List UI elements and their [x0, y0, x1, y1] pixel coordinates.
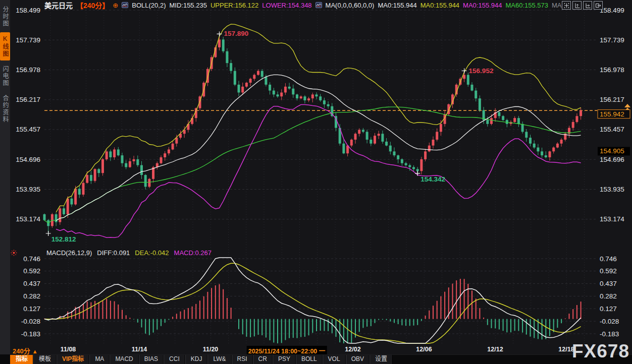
macd-legend: MACD(26,12,9) DIFF:0.091 DEA:-0.042 MACD…	[46, 249, 212, 257]
tab-VIP指标[interactable]: VIP指标	[57, 355, 89, 364]
boll-indicator-icon	[122, 2, 128, 8]
tab-MACD[interactable]: MACD	[110, 355, 138, 364]
date-label: 11/20	[203, 346, 219, 353]
gridlines	[44, 10, 596, 344]
svg-text:0.592: 0.592	[23, 267, 40, 275]
svg-text:0.437: 0.437	[23, 280, 40, 287]
boll-lower-line	[56, 105, 581, 238]
svg-text:-0.028: -0.028	[21, 318, 40, 325]
ma-value: MA0:155.944	[463, 2, 502, 9]
svg-text:157.890: 157.890	[224, 30, 249, 37]
boll-lower: LOWER:154.348	[262, 2, 311, 9]
svg-text:158.499: 158.499	[600, 7, 624, 14]
sidebar-item-3[interactable]: 合约资料	[0, 92, 10, 126]
svg-text:155.457: 155.457	[16, 126, 40, 133]
chart-canvas[interactable]: 158.499158.499157.739157.739156.978156.9…	[0, 0, 632, 345]
ma-values: MA0:155.944MA0:155.944MA0:155.944MA60:15…	[378, 2, 567, 9]
window-layout-icons	[562, 1, 603, 10]
svg-text:153.174: 153.174	[600, 215, 624, 223]
svg-text:-0.028: -0.028	[600, 318, 619, 325]
macd-dea: DEA:-0.042	[135, 249, 169, 257]
ma-label: MA(0,0,0,60,0,0)	[326, 2, 375, 9]
svg-text:154.696: 154.696	[16, 156, 40, 163]
sidebar-item-2[interactable]: 闪电图	[0, 63, 10, 90]
pan-right-icon[interactable]	[594, 1, 603, 10]
date-label: 12/02	[345, 346, 360, 353]
svg-text:-0.183: -0.183	[600, 330, 619, 338]
tab-OBV[interactable]: OBV	[346, 355, 370, 364]
svg-text:152.812: 152.812	[51, 235, 76, 243]
tab-RSI[interactable]: RSI	[232, 355, 253, 364]
svg-text:156.952: 156.952	[469, 67, 494, 75]
svg-text:155.457: 155.457	[600, 126, 624, 133]
crosshair-icon[interactable]	[562, 1, 571, 10]
svg-text:156.217: 156.217	[600, 96, 624, 103]
svg-text:-0.183: -0.183	[21, 330, 40, 338]
tab-PSY[interactable]: PSY	[273, 355, 296, 364]
macd-label: MACD(26,12,9)	[46, 249, 92, 257]
collapse-icon[interactable]: ⊕	[113, 2, 118, 9]
sidebar-item-1[interactable]: K线图	[0, 32, 10, 60]
boll-mid: MID:155.235	[169, 2, 206, 9]
svg-text:153.935: 153.935	[16, 186, 40, 193]
ma-value: MA0:155.944	[378, 2, 416, 9]
date-label: 12/12	[487, 346, 503, 353]
svg-text:0.746: 0.746	[23, 255, 40, 263]
tab-模板[interactable]: 模板	[33, 355, 57, 364]
boll-upper: UPPER:156.122	[210, 2, 258, 9]
tab-CR[interactable]: CR	[253, 355, 273, 364]
current-price-tag: 155.942	[600, 110, 624, 118]
candles	[43, 34, 583, 233]
secondary-price-tag: 154.905	[600, 147, 624, 155]
sidebar: 分时图K线图闪电图合约资料	[0, 0, 10, 364]
macd-macd: MACD:0.267	[174, 249, 212, 257]
chevron-up-icon: ▲	[32, 348, 38, 354]
svg-text:0.127: 0.127	[23, 305, 40, 313]
svg-text:156.978: 156.978	[600, 66, 624, 74]
svg-text:157.739: 157.739	[600, 36, 624, 44]
date-label: 12/06	[416, 346, 432, 353]
svg-text:0.282: 0.282	[23, 292, 40, 300]
tab-MA[interactable]: MA	[89, 355, 110, 364]
svg-text:153.174: 153.174	[16, 215, 40, 223]
tab-CCI[interactable]: CCI	[164, 355, 185, 364]
svg-text:0.282: 0.282	[600, 292, 617, 300]
svg-text:154.342: 154.342	[420, 175, 445, 183]
x-axis-row: 240分▲ 11/0811/1411/202025/11/24 18:00~22…	[10, 345, 632, 354]
svg-text:0.592: 0.592	[600, 267, 617, 275]
date-label: 11/08	[61, 346, 76, 353]
svg-text:0.746: 0.746	[600, 255, 617, 263]
tab-VOL[interactable]: VOL	[323, 355, 346, 364]
tab-指标[interactable]: 指标	[10, 355, 33, 364]
tab-KDJ[interactable]: KDJ	[185, 355, 208, 364]
watermark: FX678	[572, 342, 629, 360]
svg-text:0.127: 0.127	[600, 305, 617, 313]
tab-设置[interactable]: 设置	[370, 355, 393, 364]
tab-BIAS[interactable]: BIAS	[139, 355, 164, 364]
svg-text:156.217: 156.217	[16, 96, 40, 103]
macd-settings-icon[interactable]	[11, 250, 17, 256]
svg-text:158.499: 158.499	[16, 7, 40, 14]
scale-horizontal-icon[interactable]	[583, 1, 592, 10]
tab-LW&[interactable]: LW&	[207, 355, 231, 364]
price-annotations: 152.812157.890154.342156.952	[46, 30, 494, 243]
svg-text:157.739: 157.739	[16, 36, 40, 44]
macd-diff: DIFF:0.091	[97, 249, 130, 257]
svg-text:0.437: 0.437	[600, 280, 617, 287]
period-badge[interactable]: 【240分】	[76, 0, 109, 10]
boll-label: BOLL(20,2)	[132, 2, 166, 9]
symbol-name: 美元日元	[44, 0, 73, 10]
svg-text:153.935: 153.935	[600, 186, 624, 193]
scale-vertical-icon[interactable]	[572, 1, 582, 10]
price-marker-arrow	[624, 104, 630, 110]
date-label: 11/14	[132, 346, 147, 353]
ma-indicator-icon	[315, 2, 322, 8]
svg-text:156.978: 156.978	[16, 66, 40, 74]
corner-strip	[0, 354, 10, 364]
tab-BOLL[interactable]: BOLL	[296, 355, 323, 364]
sidebar-item-0[interactable]: 分时图	[0, 3, 10, 30]
indicator-tab-bar: 指标模板VIP指标MAMACDBIASCCIKDJLW&RSICRPSYBOLL…	[10, 354, 632, 364]
boll-mid-line	[56, 75, 581, 220]
period-text: 240分	[13, 347, 30, 355]
svg-text:154.696: 154.696	[600, 156, 624, 163]
